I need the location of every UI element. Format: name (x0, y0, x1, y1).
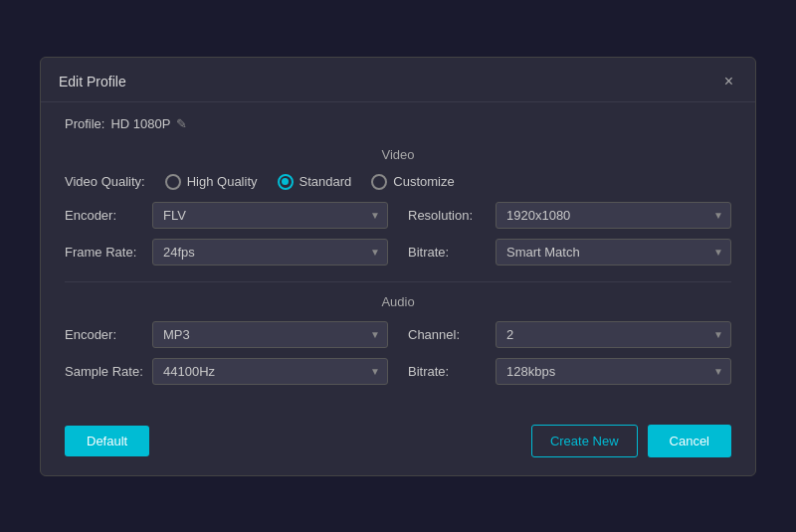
sample-rate-select[interactable]: 44100Hz 22050Hz 11025Hz 8000Hz (152, 358, 388, 385)
video-section-label: Video (65, 147, 731, 162)
profile-label: Profile: (65, 116, 104, 131)
radio-standard[interactable]: Standard (278, 174, 352, 190)
frame-rate-select[interactable]: 24fps 25fps 30fps 60fps (152, 239, 388, 266)
video-encoder-row: Encoder: FLV H.264 H.265 MPEG-4 ▼ (65, 202, 388, 229)
resolution-label: Resolution: (408, 208, 488, 223)
footer-right-buttons: Create New Cancel (531, 425, 731, 457)
channel-label: Channel: (408, 327, 488, 342)
resolution-select[interactable]: 1920x1080 1280x720 854x480 640x360 (496, 202, 731, 229)
sample-rate-select-wrapper: 44100Hz 22050Hz 11025Hz 8000Hz ▼ (152, 358, 388, 385)
audio-bitrate-select[interactable]: 128kbps 192kbps 256kbps 320kbps (496, 358, 731, 385)
profile-name: HD 1080P (110, 116, 170, 131)
radio-label-standard: Standard (299, 174, 352, 189)
video-bitrate-row: Bitrate: Smart Match 1000kbps 2000kbps 4… (408, 239, 731, 266)
video-encoder-select[interactable]: FLV H.264 H.265 MPEG-4 (152, 202, 388, 229)
frame-rate-label: Frame Rate: (65, 245, 144, 260)
video-encoder-label: Encoder: (65, 208, 144, 223)
audio-bitrate-label: Bitrate: (408, 364, 488, 379)
radio-label-customize: Customize (393, 174, 454, 189)
video-quality-label: Video Quality: (65, 174, 145, 189)
audio-encoder-label: Encoder: (65, 327, 144, 342)
channel-select[interactable]: 1 2 6 (496, 321, 731, 348)
default-button[interactable]: Default (65, 426, 149, 456)
audio-encoder-select-wrapper: MP3 AAC AC3 OGG ▼ (152, 321, 388, 348)
radio-customize[interactable]: Customize (371, 174, 454, 190)
radio-high-quality[interactable]: High Quality (165, 174, 258, 190)
edit-profile-dialog: Edit Profile × Profile: HD 1080P ✎ Video… (40, 57, 756, 476)
frame-rate-row: Frame Rate: 24fps 25fps 30fps 60fps ▼ (65, 239, 388, 266)
sample-rate-label: Sample Rate: (65, 364, 144, 379)
cancel-button[interactable]: Cancel (648, 425, 731, 457)
section-divider (65, 281, 731, 282)
close-button[interactable]: × (720, 72, 737, 91)
title-bar: Edit Profile × (41, 58, 755, 102)
resolution-row: Resolution: 1920x1080 1280x720 854x480 6… (408, 202, 731, 229)
create-new-button[interactable]: Create New (531, 425, 638, 457)
footer: Default Create New Cancel (41, 411, 755, 475)
radio-circle-standard (278, 174, 294, 190)
video-bitrate-label: Bitrate: (408, 245, 488, 260)
audio-bitrate-row: Bitrate: 128kbps 192kbps 256kbps 320kbps… (408, 358, 731, 385)
profile-row: Profile: HD 1080P ✎ (65, 116, 731, 131)
radio-label-high-quality: High Quality (187, 174, 258, 189)
audio-encoder-select[interactable]: MP3 AAC AC3 OGG (152, 321, 388, 348)
video-quality-group: Video Quality: High Quality Standard Cus… (65, 174, 731, 190)
audio-section-label: Audio (65, 294, 731, 309)
dialog-content: Profile: HD 1080P ✎ Video Video Quality:… (41, 102, 755, 403)
sample-rate-row: Sample Rate: 44100Hz 22050Hz 11025Hz 800… (65, 358, 388, 385)
channel-row: Channel: 1 2 6 ▼ (408, 321, 731, 348)
video-encoder-select-wrapper: FLV H.264 H.265 MPEG-4 ▼ (152, 202, 388, 229)
video-form: Video Quality: High Quality Standard Cus… (65, 174, 731, 266)
video-bitrate-select-wrapper: Smart Match 1000kbps 2000kbps 4000kbps ▼ (496, 239, 731, 266)
audio-bitrate-select-wrapper: 128kbps 192kbps 256kbps 320kbps ▼ (496, 358, 731, 385)
channel-select-wrapper: 1 2 6 ▼ (496, 321, 731, 348)
audio-form: Encoder: MP3 AAC AC3 OGG ▼ Channel: 1 (65, 321, 731, 385)
dialog-title: Edit Profile (59, 74, 126, 89)
radio-circle-customize (371, 174, 387, 190)
resolution-select-wrapper: 1920x1080 1280x720 854x480 640x360 ▼ (496, 202, 731, 229)
video-bitrate-select[interactable]: Smart Match 1000kbps 2000kbps 4000kbps (496, 239, 731, 266)
radio-circle-high-quality (165, 174, 181, 190)
frame-rate-select-wrapper: 24fps 25fps 30fps 60fps ▼ (152, 239, 388, 266)
edit-profile-icon[interactable]: ✎ (176, 116, 187, 131)
audio-encoder-row: Encoder: MP3 AAC AC3 OGG ▼ (65, 321, 388, 348)
